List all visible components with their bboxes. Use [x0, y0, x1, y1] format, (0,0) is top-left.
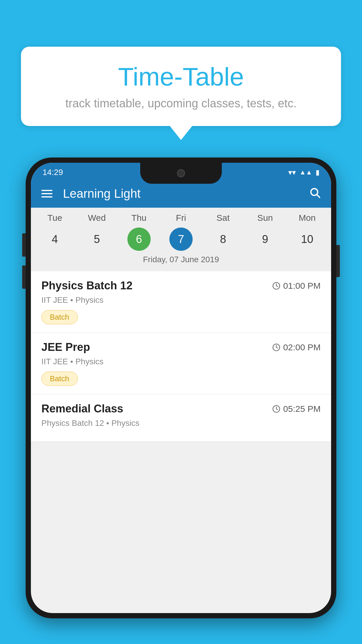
clock-icon [272, 343, 280, 351]
volume-down-button[interactable] [22, 265, 26, 289]
class-meta: Physics Batch 12 • Physics [41, 419, 321, 428]
day-8[interactable]: 8 [211, 228, 235, 251]
day-5[interactable]: 5 [85, 228, 108, 251]
day-headers: Tue Wed Thu Fri Sat Sun Mon [31, 213, 331, 223]
selected-date-label: Friday, 07 June 2019 [31, 255, 331, 268]
class-item-header: Physics Batch 12 01:00 PM [41, 279, 321, 292]
search-button[interactable] [309, 187, 321, 201]
day-9[interactable]: 9 [254, 228, 277, 251]
hamburger-menu-button[interactable] [41, 190, 52, 197]
day-header-sun: Sun [248, 213, 283, 223]
batch-tag: Batch [41, 372, 78, 386]
day-header-mon: Mon [290, 213, 325, 223]
day-7-selected[interactable]: 7 [169, 228, 193, 251]
class-item-header: JEE Prep 02:00 PM [41, 341, 321, 354]
class-name: Physics Batch 12 [41, 279, 133, 292]
day-10[interactable]: 10 [296, 228, 319, 251]
class-time-text: 05:25 PM [283, 404, 321, 414]
class-item-physics-batch-12[interactable]: Physics Batch 12 01:00 PM IIT JEE • Phys… [31, 271, 331, 333]
class-meta: IIT JEE • Physics [41, 357, 321, 366]
class-item-jee-prep[interactable]: JEE Prep 02:00 PM IIT JEE • Physics Batc… [31, 333, 331, 394]
bubble-subtitle: track timetable, upcoming classes, tests… [38, 97, 324, 110]
day-6-today[interactable]: 6 [127, 228, 151, 251]
wifi-icon: ▾▾ [288, 168, 296, 177]
app-title: Learning Light [63, 187, 298, 201]
signal-icon: ▲▲ [299, 169, 312, 176]
status-time: 14:29 [43, 168, 63, 177]
day-header-wed: Wed [79, 213, 114, 223]
clock-icon [272, 282, 280, 290]
class-meta: IIT JEE • Physics [41, 295, 321, 305]
class-name: JEE Prep [41, 341, 90, 354]
day-header-thu: Thu [122, 213, 157, 223]
class-time: 01:00 PM [272, 281, 321, 291]
phone-notch [140, 163, 222, 184]
battery-icon: ▮ [316, 168, 319, 176]
bubble-title: Time-Table [38, 63, 324, 91]
app-bar: Learning Light [31, 180, 331, 208]
phone-screen: 14:29 ▾▾ ▲▲ ▮ Learning Light [31, 163, 331, 613]
class-item-header: Remedial Class 05:25 PM [41, 402, 321, 415]
front-camera [177, 169, 185, 177]
svg-line-1 [317, 195, 320, 197]
volume-up-button[interactable] [22, 233, 26, 257]
phone-container: 14:29 ▾▾ ▲▲ ▮ Learning Light [26, 158, 336, 644]
class-time-text: 02:00 PM [283, 342, 321, 352]
day-header-fri: Fri [164, 213, 198, 223]
day-4[interactable]: 4 [43, 228, 66, 251]
day-numbers: 4 5 6 7 8 9 10 [31, 228, 331, 251]
day-header-sat: Sat [205, 213, 240, 223]
class-time: 05:25 PM [272, 404, 321, 414]
calendar-strip: Tue Wed Thu Fri Sat Sun Mon 4 5 6 7 8 9 … [31, 208, 331, 271]
phone-outer: 14:29 ▾▾ ▲▲ ▮ Learning Light [26, 158, 336, 618]
clock-icon [272, 405, 280, 413]
batch-tag: Batch [41, 310, 78, 324]
class-list: Physics Batch 12 01:00 PM IIT JEE • Phys… [31, 271, 331, 442]
status-icons: ▾▾ ▲▲ ▮ [288, 168, 319, 177]
class-time-text: 01:00 PM [283, 281, 321, 291]
power-button[interactable] [336, 245, 340, 277]
class-item-remedial[interactable]: Remedial Class 05:25 PM Physics Batch 12… [31, 394, 331, 442]
class-name: Remedial Class [41, 402, 123, 415]
speech-bubble: Time-Table track timetable, upcoming cla… [21, 47, 341, 126]
class-time: 02:00 PM [272, 342, 321, 352]
day-header-tue: Tue [37, 213, 72, 223]
